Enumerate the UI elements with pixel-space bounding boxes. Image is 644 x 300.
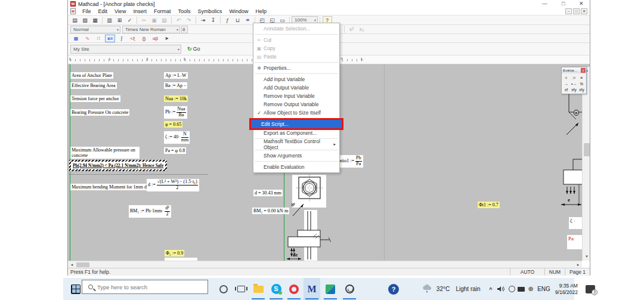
palette-fx-button[interactable]: fx — [578, 81, 586, 86]
matrix-palette-button[interactable]: ∷ — [94, 35, 104, 42]
programming-palette-button[interactable]: {} — [139, 35, 149, 42]
tray-network[interactable]: ⊕ — [526, 278, 535, 300]
menu-item-paste[interactable]: ▤ Paste — [253, 52, 339, 61]
file-explorer-button[interactable] — [250, 278, 267, 300]
calculus-palette-button[interactable]: ∫ — [116, 35, 126, 42]
paste-button[interactable]: ▤ — [160, 16, 169, 24]
menu-item-annotate-selection[interactable]: Annotate Selection... — [253, 24, 339, 33]
horizontal-scrollbar[interactable]: ◂ ▸ — [68, 261, 582, 268]
palette-assign-button[interactable]: := — [570, 75, 578, 81]
math-region[interactable]: ζ := 40· Nmm — [164, 131, 190, 144]
style-combo[interactable]: Normal ▾ — [70, 26, 120, 33]
horizontal-scrollbar-thumb[interactable] — [76, 262, 89, 267]
palette-xfy2-button[interactable]: xfy — [578, 86, 586, 92]
menu-view[interactable]: View — [111, 8, 129, 14]
green-app-button[interactable] — [322, 278, 339, 300]
action-center-button[interactable]: 3 — [583, 278, 597, 300]
math-region[interactable]: Φt1 := 0.7 — [478, 202, 500, 208]
text-region[interactable]: Maximum Allowable pressure on concrete — [70, 147, 140, 159]
menu-format[interactable]: Format — [150, 8, 175, 14]
mdi-restore-button[interactable]: □ — [573, 8, 580, 14]
print-button[interactable]: ▥ — [105, 16, 114, 24]
vertical-scrollbar[interactable]: ▲ ▼ — [582, 67, 590, 261]
palette-global-assign-button[interactable]: ≡ — [578, 75, 586, 81]
graph-palette-button[interactable]: ∿ — [82, 35, 92, 42]
math-region[interactable]: BM₁ := Pb·1mm· d²2 — [129, 205, 171, 218]
math-region[interactable]: Pa = φ 0.8 — [164, 147, 186, 154]
scroll-left-button[interactable]: ◂ — [68, 261, 76, 268]
menu-edit[interactable]: Edit — [95, 8, 112, 14]
taskbar-search[interactable] — [82, 280, 208, 294]
mdi-close-button[interactable]: ✕ — [581, 8, 587, 14]
menu-file[interactable]: File — [79, 8, 95, 14]
menu-insert[interactable]: Insert — [129, 8, 150, 14]
menu-item-mathsoft-textbox-control-object[interactable]: Mathsoft TextBox Control Object ▸ — [253, 140, 339, 149]
menu-window[interactable]: Window — [225, 8, 252, 14]
insert-function-button[interactable]: ƒ — [223, 16, 233, 24]
text-region[interactable]: Area of Anchor Plate — [70, 72, 113, 79]
menu-item-allow-object-to-size-itself[interactable]: ✓ Allow Object to Size Itself — [253, 109, 339, 117]
weather-desc[interactable]: Light rain — [453, 278, 484, 300]
palette-xf-button[interactable]: xf — [562, 86, 570, 92]
palette-keyword-eval-button[interactable]: •→ — [570, 81, 578, 86]
copy-button[interactable]: ▣ — [150, 16, 159, 24]
palette-titlebar[interactable]: Evalua... x — [562, 67, 586, 73]
menu-item-add-output-variable[interactable]: Add Output Variable — [253, 83, 339, 92]
font-combo[interactable]: Times New Roman ▾ — [122, 26, 180, 33]
math-region[interactable]: Ap := L·W — [164, 72, 188, 79]
evaluation-palette-button[interactable]: x= — [105, 35, 115, 42]
menu-item-show-arguments[interactable]: Show Arguments — [253, 151, 339, 160]
align-down-button[interactable]: ↧ — [209, 16, 218, 24]
go-button[interactable]: ↻ Go — [187, 46, 200, 52]
vertical-scrollbar-thumb[interactable] — [584, 143, 590, 156]
menu-item-edit-script[interactable]: Edit Script... — [251, 120, 342, 128]
font-size-combo[interactable]: 8 — [181, 26, 188, 33]
math-region[interactable]: φ = 0.65 — [164, 121, 182, 128]
scroll-down-button[interactable]: ▼ — [583, 253, 590, 261]
boolean-palette-button[interactable]: <ξ — [128, 35, 138, 42]
search-input[interactable] — [97, 284, 193, 290]
tray-language[interactable]: ENG — [536, 278, 552, 300]
subscript-button[interactable]: x₂ — [357, 26, 367, 33]
calculator-palette-button[interactable]: ▦ — [71, 35, 81, 42]
math-region[interactable]: Pb := NuaBa — [164, 106, 187, 119]
tray-show-hidden-icons[interactable]: ^ — [487, 278, 495, 300]
help-taskbar-button[interactable]: ? — [385, 278, 402, 300]
superscript-button[interactable]: x² — [347, 26, 357, 33]
palette-equals-button[interactable]: = — [562, 75, 570, 81]
selected-region[interactable]: Pb(2.94 N/mm2) < Pa (22.1 N/mm2): Hence … — [69, 160, 167, 171]
insert-unit-button[interactable]: ⊔ — [233, 16, 243, 24]
window-close-button[interactable]: ✕ — [579, 1, 584, 7]
greek-palette-button[interactable]: αβ — [150, 35, 160, 42]
undo-button[interactable]: ↶ — [174, 16, 184, 24]
tray-teams[interactable] — [507, 278, 516, 300]
text-region[interactable]: Tension force per anchor — [70, 95, 120, 102]
menu-help[interactable]: Help — [252, 8, 270, 14]
cortana-button[interactable] — [215, 278, 232, 300]
resources-combo[interactable]: My Site ▾ — [70, 45, 181, 54]
menu-tools[interactable]: Tools — [174, 8, 194, 14]
weather-widget[interactable] — [421, 278, 433, 300]
text-region[interactable]: Effective Bearing Area — [70, 82, 117, 89]
tray-display[interactable] — [516, 278, 526, 300]
spell-check-button[interactable]: ✓ — [125, 16, 135, 24]
math-region[interactable]: Ba := Ap − — [164, 82, 187, 89]
text-region[interactable]: Bearing Pressure On concrete — [70, 109, 129, 116]
palette-xfy-button[interactable]: xfy — [570, 86, 578, 92]
redo-button[interactable]: ↷ — [184, 16, 194, 24]
menu-item-remove-output-variable[interactable]: Remove Output Variable — [253, 100, 339, 109]
menu-item-remove-input-variable[interactable]: Remove Input Variable — [253, 92, 339, 100]
tray-clock[interactable]: 9:35 AM 9/16/2022 — [552, 278, 581, 300]
weather-temp[interactable]: 32°C — [434, 278, 452, 300]
scroll-right-button[interactable]: ▸ — [574, 261, 582, 268]
symbolic-palette-button[interactable]: ➤ — [162, 35, 172, 42]
open-button[interactable]: ▧ — [80, 16, 90, 24]
task-view-button[interactable] — [233, 278, 249, 300]
window-maximize-button[interactable]: □ — [562, 1, 565, 7]
palette-symbolic-eval-button[interactable]: → — [562, 81, 570, 86]
menu-item-cut[interactable]: ✂ Cut — [253, 36, 339, 44]
opera-button[interactable] — [286, 278, 302, 300]
menu-item-enable-evaluation[interactable]: Enable Evaluation — [253, 163, 339, 171]
save-button[interactable]: ▦ — [91, 16, 100, 24]
swirl-app-button[interactable] — [341, 278, 358, 300]
